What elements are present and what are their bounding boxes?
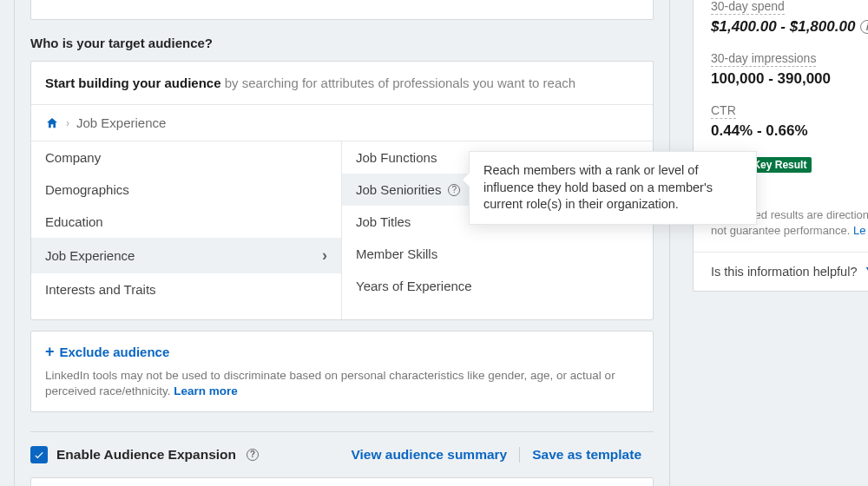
exclude-audience-button[interactable]: + Exclude audience [45,344,639,359]
stat-label: 30-day impressions [711,51,816,67]
section-heading: Who is your target audience? [30,36,654,50]
category-label: Interests and Traits [45,282,156,297]
forecast-panel: 30-day spend $1,400.00 - $1,800.00 i 30-… [693,0,868,292]
search-prompt-rest: by searching for attributes of professio… [221,76,576,90]
category-item-education[interactable]: Education [31,206,341,238]
stat-value: $1,400.00 - $1,800.00 i [711,18,868,36]
exclude-audience-card: + Exclude audience LinkedIn tools may no… [30,331,654,412]
stat-value: 0.44% - 0.66% [711,122,868,140]
category-item-demographics[interactable]: Demographics [31,174,341,206]
exclude-label: Exclude audience [60,345,170,359]
save-as-template-link[interactable]: Save as template [520,447,654,463]
chevron-right-icon: › [66,117,69,129]
category-label: Company [45,150,101,165]
plus-icon: + [45,344,55,359]
category-label: Demographics [45,182,129,197]
stat-label: CTR [711,103,736,119]
subcategory-label: Job Titles [356,214,411,229]
view-audience-summary-link[interactable]: View audience summary [339,447,519,463]
audience-footer-row: Enable Audience Expansion ? View audienc… [30,431,654,463]
category-label: Education [45,214,103,229]
subcategory-label: Job Functions [356,150,437,165]
category-item-interests-traits[interactable]: Interests and Traits [31,273,341,305]
discrimination-disclaimer: LinkedIn tools may not be used to discri… [45,368,639,399]
search-prompt-bold: Start building your audience [45,76,221,90]
next-section-stub [30,477,654,486]
stat-impressions: 30-day impressions 100,000 - 390,000 [711,51,868,88]
help-icon[interactable]: ? [448,184,460,196]
learn-more-link[interactable]: Learn more [174,384,238,397]
breadcrumb-current: Job Experience [76,115,166,130]
job-seniorities-tooltip: Reach members with a rank or level of in… [469,151,757,225]
category-list-left: Company Demographics Education Job Exper… [31,141,342,319]
help-icon[interactable]: ? [247,449,259,461]
category-item-company[interactable]: Company [31,141,341,174]
helpful-prompt: Is this information helpful? Y [694,252,868,291]
home-icon[interactable] [45,116,59,130]
key-result-badge: Key Result [747,157,812,173]
audience-expansion-toggle[interactable]: Enable Audience Expansion ? [30,446,259,463]
subcategory-item-member-skills[interactable]: Member Skills [342,238,653,270]
subcategory-label: Years of Experience [356,279,472,293]
previous-section-stub [30,0,654,20]
audience-builder-panel: Who is your target audience? Start build… [14,0,670,486]
attribute-search-prompt[interactable]: Start building your audience by searchin… [31,62,653,105]
stat-ctr: CTR 0.44% - 0.66% [711,103,868,140]
stat-label: 30-day spend [711,0,785,15]
learn-more-link[interactable]: Le [853,224,865,237]
footer-actions: View audience summary Save as template [339,447,654,463]
category-item-job-experience[interactable]: Job Experience› [31,238,341,273]
stat-spend: 30-day spend $1,400.00 - $1,800.00 i [711,0,868,36]
attribute-breadcrumb: › Job Experience [31,105,653,141]
checkbox-checked-icon [30,446,48,463]
category-label: Job Experience [45,248,135,263]
info-icon[interactable]: i [860,20,868,34]
expansion-label: Enable Audience Expansion [56,447,236,463]
chevron-right-icon: › [322,246,327,265]
stat-value: 100,000 - 390,000 [711,70,868,88]
helpful-question: Is this information helpful? [711,265,857,279]
subcategory-item-years-experience[interactable]: Years of Experience [342,270,653,302]
subcategory-label: Member Skills [356,246,437,261]
subcategory-label: Job Seniorities [356,182,441,197]
